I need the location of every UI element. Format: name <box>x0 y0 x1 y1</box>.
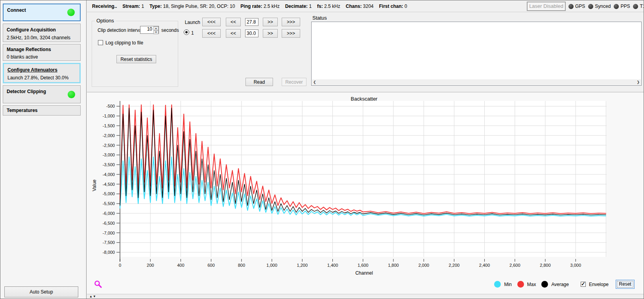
svg-text:2,000: 2,000 <box>418 263 429 268</box>
synced-label: Synced <box>595 4 611 9</box>
stream-info: Receiving.. Stream: 1 Type: 18, Single P… <box>92 0 407 12</box>
clip-interval-value: 10 <box>147 26 152 32</box>
application-window: Connect Configure Acquisition 2.5kHz, 10… <box>0 0 644 299</box>
splitter-arrows-icon[interactable]: ▲▼ <box>89 295 96 298</box>
first-chan-label: First chan: <box>379 4 403 9</box>
backscatter-plot[interactable]: -500-1,000-1,500-2,000-2,500-3,000-3,500… <box>87 92 644 294</box>
scroll-right-icon[interactable]: ❯ <box>637 80 640 84</box>
sidebar-item-connect[interactable]: Connect <box>3 4 81 21</box>
svg-text:1,400: 1,400 <box>327 263 338 268</box>
svg-text:1,600: 1,600 <box>358 263 369 268</box>
average-series-label: Average <box>551 282 568 287</box>
detector-1-radio[interactable] <box>184 29 189 35</box>
sidebar-item-configure-acquisition[interactable]: Configure Acquisition 2.5kHz, 10.0m, 320… <box>3 24 81 42</box>
svg-text:-1,000: -1,000 <box>103 114 115 118</box>
pps-indicator-icon <box>614 4 619 9</box>
zoom-tool-icon[interactable] <box>94 280 103 290</box>
svg-text:-8,000: -8,000 <box>103 250 115 255</box>
min-series-label: Min <box>504 282 511 287</box>
svg-text:400: 400 <box>177 263 184 268</box>
log-clipping-checkbox[interactable] <box>98 40 103 45</box>
sidebar-item-title: Temperatures <box>7 108 37 113</box>
fs-label: fs: <box>317 4 323 9</box>
x-axis-label: Channel <box>121 270 607 276</box>
detect-increase-button[interactable]: >> <box>263 29 278 38</box>
y-axis-label: Value <box>92 180 97 191</box>
detect-decrease-button[interactable]: << <box>226 29 241 38</box>
svg-text:-4,500: -4,500 <box>103 182 115 187</box>
svg-text:-2,000: -2,000 <box>103 133 115 138</box>
reset-statistics-button[interactable]: Reset statistics <box>116 55 156 63</box>
svg-text:-3,500: -3,500 <box>103 162 115 167</box>
svg-text:-6,000: -6,000 <box>103 211 115 216</box>
svg-text:-7,000: -7,000 <box>103 231 115 235</box>
svg-text:1,000: 1,000 <box>266 263 277 268</box>
status-log[interactable]: ❮ ❯ <box>311 22 642 86</box>
launch-fast-increase-button[interactable]: >>> <box>282 18 300 26</box>
svg-text:2,600: 2,600 <box>509 263 520 268</box>
svg-text:-2,500: -2,500 <box>103 143 115 148</box>
sidebar-item-title: Configure Acquisition <box>7 27 56 33</box>
ping-rate-value: 2.5 kHz <box>264 4 280 9</box>
sidebar-item-subtitle: 2.5kHz, 10.0m, 3204 channels <box>7 35 70 40</box>
launch-fast-decrease-button[interactable]: <<< <box>202 18 221 26</box>
svg-text:-500: -500 <box>106 104 115 108</box>
status-ok-icon <box>67 9 75 16</box>
spin-down-icon[interactable]: ▼ <box>153 30 159 34</box>
launch-value-input[interactable] <box>245 18 258 26</box>
svg-text:-1,500: -1,500 <box>103 123 115 128</box>
chart-legend: Min Max Average Envelope Reset <box>494 280 635 289</box>
detect-fast-increase-button[interactable]: >>> <box>282 29 300 38</box>
bottom-splitter-bar[interactable]: ▲▼ <box>87 294 644 299</box>
options-group: Options Clip detection interval 10 ▲ ▼ s… <box>92 21 178 87</box>
detect-fast-decrease-button[interactable]: <<< <box>202 29 221 38</box>
type-label: Type: <box>149 4 162 9</box>
auto-setup-button[interactable]: Auto Setup <box>4 286 78 297</box>
chans-value: 3204 <box>363 4 374 9</box>
svg-text:600: 600 <box>207 263 214 268</box>
stream-value: 1 <box>141 4 144 9</box>
status-panel-title: Status <box>312 15 327 21</box>
svg-text:200: 200 <box>147 263 154 268</box>
sidebar-item-manage-reflections[interactable]: Manage Reflections 0 blanks active <box>3 44 81 61</box>
status-ok-icon <box>68 91 75 98</box>
status-horizontal-scrollbar[interactable]: ❮ ❯ <box>312 79 641 85</box>
envelope-checkbox[interactable] <box>581 282 586 287</box>
backscatter-chart-panel: Backscatter -500-1,000-1,500-2,000-2,500… <box>87 92 644 294</box>
sidebar-item-detector-clipping[interactable]: Detector Clipping <box>3 85 81 103</box>
decimate-value: 1 <box>309 4 312 9</box>
svg-text:1,200: 1,200 <box>297 263 308 268</box>
sync-indicators: GPS Synced PPS T1 <box>568 2 644 11</box>
clip-interval-spinner[interactable]: ▲ ▼ <box>153 26 159 33</box>
svg-text:3,000: 3,000 <box>570 263 581 268</box>
sidebar-item-temperatures[interactable]: Temperatures <box>3 105 81 116</box>
svg-text:-5,000: -5,000 <box>103 191 115 196</box>
average-series-swatch-icon <box>541 281 548 288</box>
min-series-swatch-icon <box>494 281 501 288</box>
detect-value-input[interactable] <box>245 29 258 37</box>
spin-up-icon[interactable]: ▲ <box>153 26 159 30</box>
gps-label: GPS <box>575 4 585 9</box>
svg-text:-3,000: -3,000 <box>103 152 115 157</box>
clip-interval-input[interactable]: 10 ▲ ▼ <box>140 26 159 34</box>
t1-indicator-icon <box>633 4 638 9</box>
sidebar-item-configure-attenuators[interactable]: Configure Attenuators Launch 27.8%, Dete… <box>3 63 81 83</box>
envelope-label: Envelope <box>589 282 609 287</box>
main-area: Receiving.. Stream: 1 Type: 18, Single P… <box>87 0 644 299</box>
svg-text:-6,500: -6,500 <box>103 221 115 226</box>
log-clipping-label: Log clipping to file <box>105 40 143 46</box>
launch-decrease-button[interactable]: << <box>226 18 241 26</box>
clip-interval-label: Clip detection interval <box>98 28 143 33</box>
scroll-left-icon[interactable]: ❮ <box>313 80 316 84</box>
launch-increase-button[interactable]: >> <box>263 18 278 26</box>
detector-1-radio-label: 1 <box>191 30 194 36</box>
read-button[interactable]: Read <box>245 78 273 86</box>
sidebar-item-title: Detector Clipping <box>7 89 46 94</box>
recover-button: Recover <box>282 78 306 86</box>
svg-text:-4,000: -4,000 <box>103 172 115 177</box>
svg-text:-7,500: -7,500 <box>103 240 115 245</box>
fs-value: 2.5 kHz <box>324 4 340 9</box>
ping-rate-label: Ping rate: <box>240 4 262 9</box>
launch-row-label: Launch <box>177 20 200 25</box>
chart-reset-button[interactable]: Reset <box>616 280 635 289</box>
